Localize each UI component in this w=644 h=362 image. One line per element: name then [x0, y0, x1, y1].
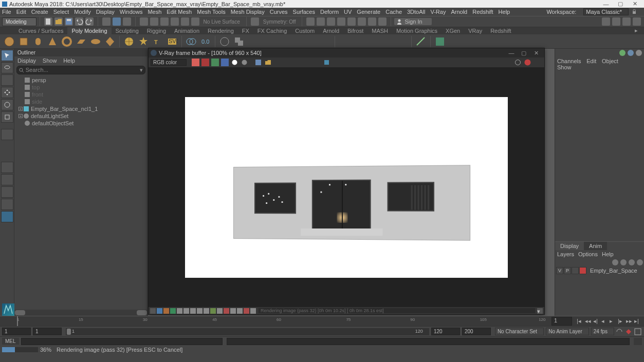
vfb-minimize-button[interactable]: — [505, 50, 518, 56]
time-slider[interactable]: 1 15 30 45 60 75 90 105 120 1 |◂ ◂◂ ◂| ◂… [0, 316, 644, 326]
vfb-canvas[interactable] [149, 68, 544, 307]
vfb-stop-icon[interactable] [323, 59, 330, 66]
tool-a-icon[interactable] [415, 35, 427, 48]
vfb-mono-icon[interactable] [241, 59, 248, 66]
vfb-sb-icon[interactable] [250, 308, 256, 314]
render-frame-icon[interactable] [337, 17, 345, 26]
connect-icon[interactable] [381, 35, 394, 48]
vfb-rgb-icon[interactable] [192, 59, 199, 66]
snap-grid-icon[interactable] [140, 17, 148, 26]
cb-gear-icon[interactable] [636, 50, 642, 56]
layer-row[interactable]: V P Empty_Bar_Space [555, 266, 644, 275]
poly-cone-icon[interactable] [46, 35, 59, 48]
vfb-expand-icon[interactable]: ▾ [537, 308, 543, 314]
extrude-icon[interactable] [276, 35, 288, 48]
menu-select[interactable]: Select [53, 9, 69, 15]
layout-two-h-icon[interactable] [1, 186, 13, 198]
save-scene-icon[interactable] [65, 17, 73, 26]
command-input[interactable] [21, 338, 223, 345]
vfb-save-icon[interactable] [254, 59, 262, 66]
select-component-icon[interactable] [123, 17, 131, 26]
layer-down-icon[interactable] [620, 259, 627, 265]
vfb-render-last-icon[interactable] [533, 59, 541, 66]
menu-mesh[interactable]: Mesh [148, 9, 161, 15]
panel-toggle-1-icon[interactable] [602, 17, 610, 26]
layer-tab-anim[interactable]: Anim [584, 242, 607, 250]
shelf-tab-vray[interactable]: VRay [464, 27, 486, 34]
outliner-item-objectset[interactable]: defaultObjectSet [15, 120, 146, 127]
open-scene-icon[interactable] [54, 17, 63, 26]
panel-toggle-2-icon[interactable] [612, 17, 620, 26]
outliner-menu-show[interactable]: Show [43, 58, 57, 64]
vfb-cc-icon[interactable] [342, 59, 350, 66]
fps-dropdown[interactable]: 24 fps [591, 328, 614, 335]
cb-menu-object[interactable]: Object [602, 58, 618, 64]
uv-cyl-icon[interactable] [463, 35, 475, 48]
vfb-ab-icon[interactable] [333, 59, 340, 66]
layer-new-icon[interactable] [629, 259, 635, 265]
shelf-tab-animation[interactable]: Animation [170, 27, 204, 34]
outliner-item-empty-bar[interactable]: +Empty_Bar_Space_ncl1_1 [15, 105, 146, 112]
vfb-sb-icon[interactable] [224, 308, 229, 314]
layout-single-icon[interactable] [1, 162, 13, 173]
vfb-clone-icon[interactable] [284, 59, 291, 66]
shelf-tab-mash[interactable]: MASH [367, 27, 392, 34]
layer-visible-toggle[interactable]: V [556, 267, 563, 274]
cb-menu-show[interactable]: Show [557, 64, 572, 70]
uv-layout-icon[interactable] [535, 35, 547, 48]
poly-cube-icon[interactable] [17, 35, 30, 48]
layout-outliner-icon[interactable] [1, 211, 13, 222]
set-key-button[interactable] [624, 328, 633, 336]
vfb-lens-icon[interactable] [514, 59, 522, 66]
poly-svg-icon[interactable]: SVG [166, 35, 178, 48]
layer-menu-options[interactable]: Options [578, 251, 598, 257]
menu-surfaces[interactable]: Surfaces [293, 9, 315, 15]
vfb-sb-icon[interactable] [197, 308, 203, 314]
pref-button[interactable] [634, 328, 642, 336]
separate-icon[interactable]: 0.0 [199, 35, 212, 48]
menu-vray[interactable]: V-Ray [430, 9, 446, 15]
menu-curves[interactable]: Curves [270, 9, 288, 15]
anim-end-field[interactable]: 200 [462, 328, 491, 335]
shelf-tab-custom[interactable]: Custom [291, 27, 319, 34]
lasso-tool[interactable] [1, 62, 13, 73]
menu-cache[interactable]: Cache [385, 9, 402, 15]
layer-playback-toggle[interactable]: P [564, 267, 571, 274]
step-back-key-button[interactable]: ◂◂ [585, 318, 592, 325]
cb-menu-edit[interactable]: Edit [586, 58, 596, 64]
poly-type-icon[interactable]: T [152, 35, 164, 48]
snap-point-icon[interactable] [160, 17, 169, 26]
character-set-dropdown[interactable]: No Character Set [495, 328, 544, 335]
vfb-sb-icon[interactable] [237, 308, 243, 314]
poly-platonic-icon[interactable] [104, 35, 116, 48]
vfb-titlebar[interactable]: V-Ray frame buffer - [100% of 960 x 540]… [149, 48, 544, 58]
menu-edit[interactable]: Edit [16, 9, 26, 15]
render-view-icon[interactable] [317, 17, 325, 26]
vfb-sb-icon[interactable] [230, 308, 236, 314]
vfb-sb-icon[interactable] [190, 308, 196, 314]
quad-draw-icon[interactable] [396, 35, 408, 48]
new-scene-icon[interactable] [44, 17, 52, 26]
shelf-tab-bifrost[interactable]: Bifrost [343, 27, 367, 34]
poly-star-icon[interactable] [137, 35, 150, 48]
menu-deform[interactable]: Deform [320, 9, 339, 15]
shelf-tab-fxcaching[interactable]: FX Caching [253, 27, 291, 34]
viewport[interactable]: V-Ray frame buffer - [100% of 960 x 540]… [148, 49, 555, 316]
hypershade-icon[interactable] [358, 17, 366, 26]
vfb-clear-icon[interactable] [274, 59, 282, 66]
shelf-tab-polymodeling[interactable]: Poly Modeling [67, 27, 111, 34]
vfb-track-icon[interactable] [293, 59, 301, 66]
expand-icon[interactable]: + [19, 114, 23, 118]
layer-menu-help[interactable]: Help [602, 251, 614, 257]
cb-circle-icon[interactable] [628, 50, 634, 56]
poly-torus-icon[interactable] [61, 35, 73, 48]
history-icon[interactable] [306, 17, 315, 26]
snap-plane-icon[interactable] [171, 17, 179, 26]
vfb-dock-icon[interactable] [150, 308, 156, 314]
shelf-tab-sculpting[interactable]: Sculpting [112, 27, 143, 34]
layer-new-sel-icon[interactable] [637, 259, 643, 265]
uv-unfold-icon[interactable] [549, 35, 561, 48]
smooth-icon[interactable] [218, 35, 231, 48]
close-button[interactable]: ✕ [628, 1, 642, 7]
go-start-button[interactable]: |◂ [577, 318, 584, 325]
